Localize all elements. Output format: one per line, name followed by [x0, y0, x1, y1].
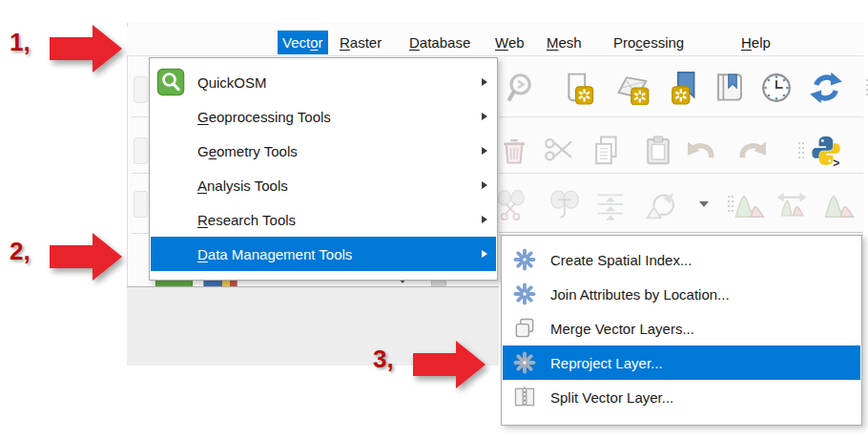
new-layout-icon[interactable] — [561, 71, 595, 105]
menu-web[interactable]: Web — [490, 31, 529, 54]
data-management-submenu-item-join-attributes-by-location[interactable]: Join Attributes by Location... — [503, 277, 860, 311]
no-icon — [155, 102, 187, 131]
submenu-arrow-icon — [482, 113, 487, 120]
redo-icon[interactable] — [734, 134, 769, 168]
reproject-cog-icon — [510, 348, 539, 377]
toolbar-separator — [499, 232, 863, 233]
menu-item-label: QuickOSM — [197, 74, 267, 91]
toolbar-separator — [499, 173, 863, 174]
reshape-features-icon[interactable] — [593, 187, 628, 221]
data-management-submenu-item-split-vector-layer[interactable]: Split Vector Layer... — [503, 380, 860, 414]
vector-menu-item-geometry-tools[interactable]: Geometry Tools — [151, 134, 496, 168]
menu-mesh[interactable]: Mesh — [542, 31, 587, 54]
locator-search-icon[interactable] — [506, 71, 540, 105]
no-icon — [155, 240, 187, 268]
histogram-stretch2-icon[interactable] — [822, 187, 857, 221]
vector-menu-item-research-tools[interactable]: Research Tools — [151, 202, 496, 237]
step-arrow-3-icon — [413, 339, 487, 390]
left-toolbar-strip — [132, 57, 149, 286]
vector-menu-item-geoprocessing-tools[interactable]: Geoprocessing Tools — [151, 99, 496, 134]
split-features-icon[interactable] — [494, 187, 528, 221]
python-console-icon[interactable]: > — [809, 134, 843, 168]
menu-item-label: Merge Vector Layers... — [550, 321, 694, 337]
menu-raster[interactable]: Raster — [335, 31, 386, 54]
no-icon — [155, 136, 187, 165]
show-bookmarks-icon[interactable] — [713, 71, 747, 105]
step-label-1: 1, — [10, 28, 31, 57]
copy-icon[interactable] — [589, 134, 624, 168]
step-label-3: 3, — [373, 345, 394, 374]
vector-menu: QuickOSMGeoprocessing ToolsGeometry Tool… — [149, 57, 498, 281]
rotate-feature-icon[interactable] — [645, 187, 679, 221]
submenu-arrow-icon — [482, 250, 487, 258]
no-icon — [155, 205, 187, 234]
processing-cog-icon — [510, 280, 539, 308]
toolbar-separator — [132, 116, 149, 117]
submenu-arrow-icon — [482, 216, 487, 223]
paste-icon[interactable] — [641, 134, 675, 168]
toolbar-separator — [132, 173, 149, 174]
data-management-submenu-item-merge-vector-layers[interactable]: Merge Vector Layers... — [503, 311, 860, 345]
submenu-arrow-icon — [482, 78, 487, 86]
toolbar-separator — [499, 116, 863, 117]
data-management-submenu: Create Spatial Index...Join Attributes b… — [501, 235, 862, 426]
split-layer-icon — [510, 383, 539, 411]
menu-item-label: Data Management Tools — [197, 246, 352, 262]
menu-item-label: Create Spatial Index... — [550, 252, 692, 268]
step-arrow-2-icon — [50, 231, 124, 282]
processing-cog-icon — [510, 245, 539, 274]
step-arrow-1-icon — [50, 23, 124, 74]
vector-menu-item-quickosm[interactable]: QuickOSM — [151, 65, 496, 99]
menu-item-label: Geometry Tools — [197, 143, 298, 159]
submenu-arrow-icon — [482, 181, 487, 189]
new-3d-map-icon[interactable] — [615, 71, 650, 105]
menu-item-label: Reproject Layer... — [550, 355, 663, 371]
menu-item-label: Join Attributes by Location... — [550, 286, 730, 303]
histogram-stretch-icon[interactable] — [733, 187, 767, 221]
no-icon — [155, 171, 187, 199]
menu-vector[interactable]: Vector — [278, 31, 328, 54]
new-spatial-bookmark-icon[interactable] — [668, 71, 702, 105]
vector-menu-item-data-management-tools[interactable]: Data Management Tools — [151, 237, 496, 271]
menu-item-label: Research Tools — [197, 212, 296, 228]
data-management-submenu-item-create-spatial-index[interactable]: Create Spatial Index... — [503, 242, 860, 277]
submenu-arrow-icon — [482, 147, 487, 155]
vector-menu-item-analysis-tools[interactable]: Analysis Tools — [151, 168, 496, 202]
quickosm-icon — [155, 68, 187, 96]
toolbar-icon-fragment — [134, 137, 148, 164]
step-label-2: 2, — [10, 237, 31, 266]
menu-item-label: Split Vector Layer... — [550, 389, 673, 406]
temporal-controller-icon[interactable] — [759, 71, 794, 105]
toolbar-separator — [132, 233, 149, 234]
grip-dots — [852, 71, 868, 105]
menu-bar: VectorRasterDatabaseWebMeshProcessingHel… — [127, 27, 863, 56]
menu-item-label: Analysis Tools — [197, 178, 288, 194]
menu-help[interactable]: Help — [736, 31, 775, 54]
menu-database[interactable]: Database — [404, 31, 475, 54]
menu-processing[interactable]: Processing — [609, 31, 689, 54]
data-management-submenu-item-reproject-layer[interactable]: Reproject Layer... — [503, 345, 860, 380]
menu-item-label: Geoprocessing Tools — [197, 109, 331, 125]
svg-text:>: > — [833, 157, 839, 168]
toolbar-icon-fragment — [134, 76, 148, 103]
cut-icon[interactable] — [542, 134, 576, 168]
merge-features-icon[interactable] — [548, 187, 582, 221]
merge-layers-icon — [510, 314, 539, 343]
histogram-arrows-icon[interactable] — [775, 187, 809, 221]
refresh-icon[interactable] — [809, 71, 843, 105]
undo-icon[interactable] — [685, 134, 719, 168]
delete-icon[interactable] — [497, 134, 531, 168]
toolbar-icon-fragment — [134, 191, 148, 218]
